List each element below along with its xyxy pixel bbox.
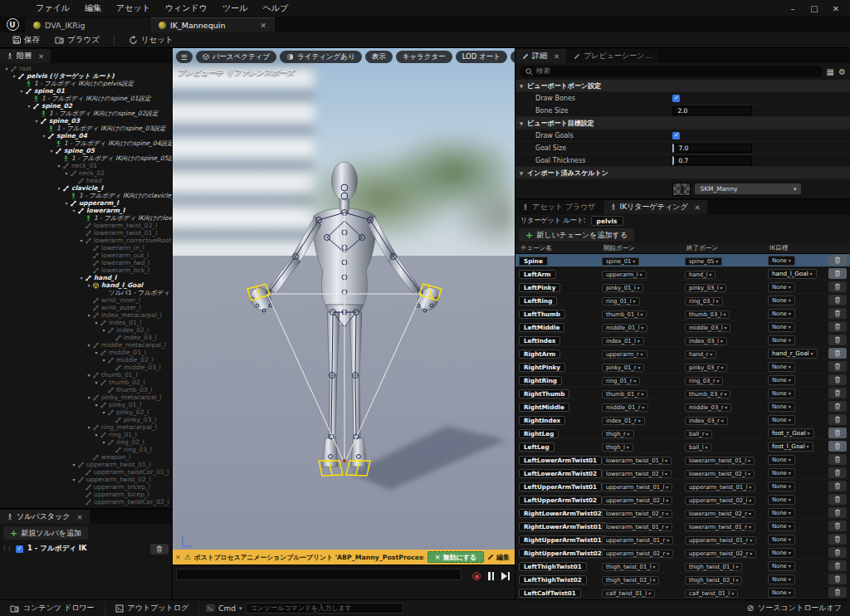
ik-goal-dropdown[interactable]: None: [768, 455, 795, 465]
start-bone-dropdown[interactable]: middle_01_l: [602, 324, 647, 332]
end-bone-dropdown[interactable]: upperarm_twist_01_r: [685, 536, 756, 545]
chain-name-field[interactable]: LeftLowerArmTwist01: [519, 456, 602, 465]
expand-arrow-icon[interactable]: ▾: [3, 65, 10, 72]
delete-chain-button[interactable]: [828, 441, 847, 452]
ik-goal-dropdown[interactable]: None: [768, 548, 795, 558]
start-bone-dropdown[interactable]: middle_01_r: [602, 403, 648, 412]
expand-arrow-icon[interactable]: ▾: [85, 281, 92, 289]
skeleton-thumbnail[interactable]: [672, 183, 691, 196]
delete-chain-button[interactable]: [828, 560, 847, 571]
delete-chain-button[interactable]: [828, 414, 847, 425]
start-bone-dropdown[interactable]: pinky_01_l: [602, 284, 643, 292]
end-bone-dropdown[interactable]: hand_r: [685, 350, 716, 359]
ik-goal-dropdown[interactable]: None: [768, 335, 795, 345]
ik-goal-dropdown[interactable]: None: [768, 375, 795, 385]
end-bone-dropdown[interactable]: thigh_twist_01_l: [685, 563, 742, 571]
end-bone-dropdown[interactable]: thigh_twist_02_l: [685, 576, 742, 584]
content-drawer-button[interactable]: コンテンツ ドロワー: [0, 600, 105, 616]
start-bone-dropdown[interactable]: lowerarm_twist_01_r: [602, 523, 672, 531]
tab-ik-retargeting[interactable]: IKリターゲティング ✕: [603, 200, 707, 214]
source-control-button[interactable]: ⊘ ソースコントロールオフ: [747, 603, 850, 614]
tab-dva-ikrig[interactable]: DVA_IKRig: [25, 17, 149, 32]
close-panel-icon[interactable]: ✕: [38, 52, 44, 61]
reset-button[interactable]: リセット: [123, 33, 179, 47]
hierarchy-tree-item[interactable]: ▾ neck_01: [0, 162, 172, 169]
cmd-selector[interactable]: Cmd ▾ コンソールコマンドを入力します: [199, 600, 409, 616]
start-bone-dropdown[interactable]: spine_01: [602, 257, 639, 266]
hierarchy-tree-item[interactable]: ▾ spine_04: [0, 132, 172, 139]
checkbox[interactable]: ✓: [672, 132, 680, 139]
delete-chain-button[interactable]: [828, 361, 847, 372]
hierarchy-tree-item[interactable]: ▾ lowerarm_out_l: [0, 252, 172, 259]
expand-arrow-icon[interactable]: ▾: [100, 356, 107, 364]
chain-name-field[interactable]: LeftArm: [519, 270, 556, 279]
close-tab-icon[interactable]: ✕: [260, 22, 266, 30]
viewport[interactable]: ☰ パースペクティブ ライティングあり 表示 キャラクター LOD オート ▶ …: [173, 48, 515, 599]
checkbox[interactable]: ✓: [672, 95, 680, 102]
timeline-track[interactable]: [176, 569, 462, 580]
dismiss-warning-icon[interactable]: ✕: [175, 554, 181, 561]
tab-ik-mannequin[interactable]: IK_Mannequin ✕: [150, 17, 275, 32]
chain-name-field[interactable]: RightLeg: [519, 429, 559, 438]
start-bone-dropdown[interactable]: thumb_01_l: [602, 310, 647, 319]
expand-arrow-icon[interactable]: ▾: [93, 431, 100, 438]
expand-arrow-icon[interactable]: ▾: [100, 326, 107, 334]
chain-row[interactable]: LeftThumb thumb_01_l thumb_03_l None: [515, 307, 850, 320]
section-collapse-icon[interactable]: ▼: [515, 120, 527, 126]
end-bone-dropdown[interactable]: calf_twist_01_l: [685, 589, 738, 598]
hierarchy-tree-item[interactable]: ▾ 1 - フルボディ IK向けのclavicle_l設定: [0, 192, 172, 199]
hierarchy-tree-item[interactable]: ▾ index_metacarpal_l: [0, 311, 172, 319]
hierarchy-tree-item[interactable]: ▾ pinky_metacarpal_l: [0, 394, 172, 401]
chain-name-field[interactable]: RightIndex: [519, 416, 565, 425]
hierarchy-tree-item[interactable]: ▾ lowerarm_l: [0, 207, 172, 214]
expand-arrow-icon[interactable]: ▾: [78, 274, 85, 281]
delete-chain-button[interactable]: [828, 281, 847, 292]
chain-row[interactable]: RightUpperArmTwist01 upperarm_twist_01_r…: [515, 533, 850, 546]
hierarchy-tree-item[interactable]: ▾ wrist_outer_l: [0, 304, 172, 311]
delete-chain-button[interactable]: [828, 388, 847, 398]
hierarchy-tree-item[interactable]: ▾ upperarm_tricep_l: [0, 483, 172, 491]
add-chain-button[interactable]: + 新しいチェーンを追加する: [519, 228, 634, 242]
hierarchy-tree-item[interactable]: ▾ thumb_01_l: [0, 371, 172, 379]
pause-button[interactable]: [488, 572, 494, 580]
hierarchy-tree-item[interactable]: ▾ upperarm_bicep_l: [0, 491, 172, 498]
delete-chain-button[interactable]: [828, 454, 847, 465]
menu-item[interactable]: 編集: [77, 0, 109, 17]
expand-arrow-icon[interactable]: ▾: [11, 72, 17, 80]
start-bone-dropdown[interactable]: upperarm_twist_02_l: [602, 496, 672, 505]
hierarchy-tree-item[interactable]: ▾ 1 - フルボディ IK向けのspine_05設定: [0, 154, 172, 162]
chain-name-field[interactable]: LeftUpperArmTwist02: [519, 496, 602, 505]
playback-speed-button[interactable]: ▶ x1.0: [510, 51, 515, 63]
delete-chain-button[interactable]: [828, 481, 847, 491]
hierarchy-tree-item[interactable]: ▾ middle_metacarpal_l: [0, 341, 172, 349]
expand-arrow-icon[interactable]: ▾: [56, 184, 62, 192]
output-log-button[interactable]: アウトプットログ: [105, 600, 200, 616]
chain-name-field[interactable]: LeftMiddle: [519, 323, 564, 332]
delete-chain-button[interactable]: [828, 587, 847, 598]
ik-goal-dropdown[interactable]: None: [768, 508, 795, 518]
end-bone-dropdown[interactable]: ball_r: [685, 430, 712, 438]
end-bone-dropdown[interactable]: upperarm_twist_02_r: [685, 550, 756, 558]
expand-arrow-icon[interactable]: ▾: [26, 102, 32, 110]
hierarchy-tree-item[interactable]: ▾ spine_03: [0, 117, 172, 125]
lit-mode-dropdown[interactable]: ライティングあり: [280, 51, 362, 63]
ik-goal-dropdown[interactable]: None: [768, 362, 795, 372]
start-bone-dropdown[interactable]: thigh_l: [602, 443, 633, 452]
chain-name-field[interactable]: LeftIndex: [519, 336, 560, 345]
hierarchy-tree-item[interactable]: ▾ upperarm_twistCor_02_l: [0, 498, 172, 506]
start-bone-dropdown[interactable]: upperarm_l: [602, 271, 647, 279]
chain-name-field[interactable]: RightArm: [519, 350, 560, 359]
bone-hierarchy-tree[interactable]: ▾ root ▾ pelvis (リターゲット ルート) ▾ 1 - フルボディ…: [0, 63, 172, 508]
hierarchy-tree-item[interactable]: ▾ upperarm_twistCor_01_l: [0, 468, 172, 476]
ik-goal-dropdown[interactable]: None: [768, 561, 795, 571]
close-panel-icon[interactable]: ✕: [76, 513, 82, 521]
hierarchy-tree-item[interactable]: ▾ middle_03_l: [0, 364, 172, 371]
expand-arrow-icon[interactable]: ▾: [93, 401, 100, 408]
expand-arrow-icon[interactable]: ▾: [85, 371, 92, 379]
hierarchy-tree-item[interactable]: ▾ middle_01_l: [0, 349, 172, 356]
chain-name-field[interactable]: LeftThighTwist01: [519, 562, 587, 571]
expand-arrow-icon[interactable]: ▾: [18, 87, 25, 95]
delete-chain-button[interactable]: [828, 255, 847, 266]
expand-arrow-icon[interactable]: ▾: [100, 438, 107, 446]
hierarchy-tree-item[interactable]: ▾ 1 - フルボディ IK向けのspine_04設定: [0, 139, 172, 147]
